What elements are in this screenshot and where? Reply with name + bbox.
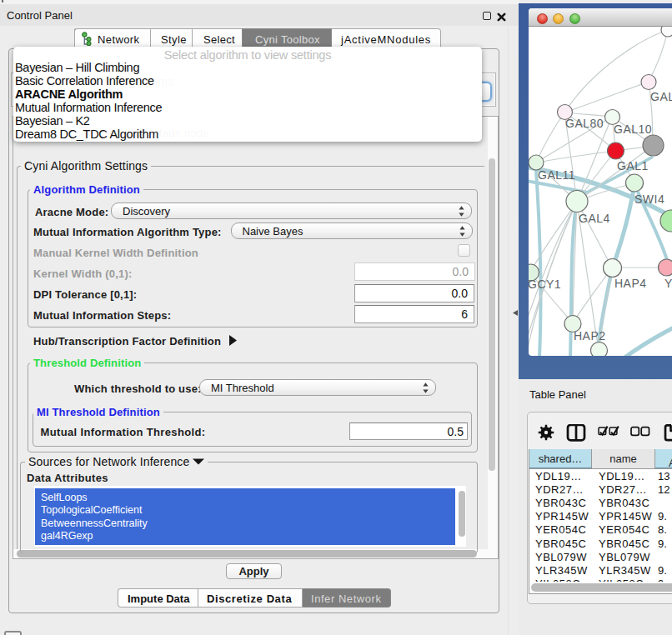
svg-text:GAL4: GAL4 xyxy=(579,212,610,225)
svg-text:SWI4: SWI4 xyxy=(634,192,664,206)
svg-text:HAP2: HAP2 xyxy=(574,329,606,342)
svg-text:Y: Y xyxy=(664,277,672,290)
svg-text:GAL1: GAL1 xyxy=(617,159,649,172)
svg-text:GAL80: GAL80 xyxy=(565,117,604,130)
svg-text:HAP4: HAP4 xyxy=(614,277,647,290)
svg-text:GAL11: GAL11 xyxy=(538,168,575,182)
svg-text:GCY1: GCY1 xyxy=(529,278,561,291)
svg-text:GAL10: GAL10 xyxy=(614,122,652,136)
svg-text:GAL: GAL xyxy=(650,90,672,103)
